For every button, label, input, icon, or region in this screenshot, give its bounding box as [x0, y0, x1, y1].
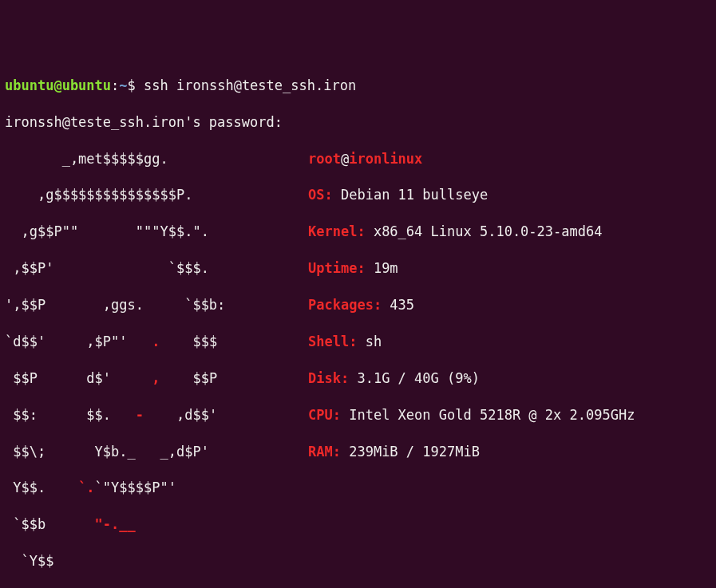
ram-label: RAM:	[308, 444, 341, 460]
kernel-value: x86_64 Linux 5.10.0-23-amd64	[366, 223, 603, 239]
shell-label: Shell:	[308, 333, 357, 349]
ascii-art-row: `d$$' ,$P"' . $$$	[5, 333, 308, 351]
prompt-dollar: $	[128, 77, 136, 93]
disk-label: Disk:	[308, 370, 349, 386]
neofetch-user: root	[308, 151, 341, 167]
ram-value: 239MiB / 1927MiB	[341, 444, 480, 460]
ascii-art-row: `$$b "-.__	[5, 515, 308, 534]
ascii-art-row: ,g$$$$$$$$$$$$$$$P.	[5, 186, 308, 204]
ascii-art-row: Y$$. `.`"Y$$$$P"'	[5, 479, 308, 497]
ascii-art-row: $$\; Y$b._ _,d$P'	[5, 443, 308, 461]
uptime-label: Uptime:	[308, 260, 366, 276]
prompt-path: ~	[119, 77, 127, 93]
ascii-art-row: $$: $$. - ,d$$'	[5, 406, 308, 424]
cpu-value: Intel Xeon Gold 5218R @ 2x 2.095GHz	[341, 407, 635, 423]
shell-prompt[interactable]: ubuntu@ubuntu:~$ ssh ironssh@teste_ssh.i…	[5, 77, 711, 95]
prompt-user: ubuntu@ubuntu	[5, 77, 111, 93]
neofetch-host: ironlinux	[349, 151, 422, 167]
cpu-label: CPU:	[308, 407, 341, 423]
disk-value: 3.1G / 40G (9%)	[349, 370, 480, 386]
ascii-art-row: ',$$P ,ggs. `$$b:	[5, 296, 308, 314]
ascii-art-row: $$P d$' , $$P	[5, 369, 308, 388]
packages-value: 435	[382, 297, 414, 313]
ascii-art-row: `Y$$	[5, 552, 308, 570]
kernel-label: Kernel:	[308, 223, 366, 239]
uptime-value: 19m	[366, 260, 398, 276]
ascii-art-row: ,$$P' `$$$.	[5, 259, 308, 278]
prompt-colon: :	[111, 77, 119, 93]
ascii-art-row: _,met$$$$$gg.	[5, 150, 308, 168]
os-value: Debian 11 bullseye	[333, 187, 488, 203]
password-prompt: ironssh@teste_ssh.iron's password:	[5, 113, 711, 132]
neofetch-at: @	[341, 151, 349, 167]
shell-value: sh	[357, 333, 382, 349]
ascii-art-row: ,g$$P"" """Y$$.".	[5, 223, 308, 241]
command-text: ssh ironssh@teste_ssh.iron	[144, 77, 356, 93]
packages-label: Packages:	[308, 297, 382, 313]
os-label: OS:	[308, 187, 333, 203]
